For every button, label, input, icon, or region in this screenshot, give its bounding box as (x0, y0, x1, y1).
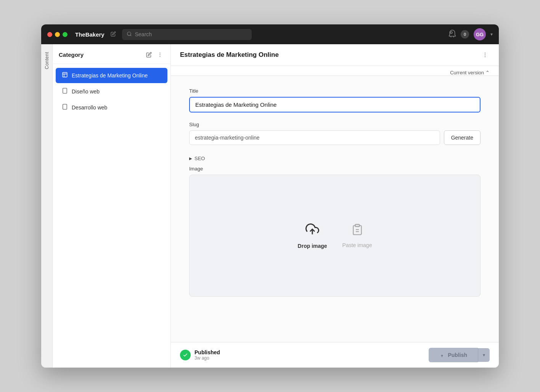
publish-actions: Publish ▾ (429, 348, 490, 362)
search-input[interactable] (135, 31, 247, 37)
status-icon (180, 350, 191, 360)
paste-image-option: Paste image (342, 223, 372, 248)
svg-point-8 (485, 53, 485, 53)
paste-icon (351, 223, 363, 238)
edit-icon[interactable] (109, 30, 117, 39)
sidebar-item-label-desarrollo: Desarrollo web (72, 104, 107, 111)
notification-badge: 0 (461, 30, 469, 39)
svg-point-3 (160, 55, 161, 55)
drop-image-option: Drop image (298, 222, 327, 249)
svg-point-10 (485, 56, 485, 57)
notification-icon[interactable] (448, 30, 456, 39)
content-tab[interactable]: Content (41, 44, 53, 368)
avatar-chevron-icon[interactable]: ▾ (490, 32, 493, 37)
bottom-bar: Published 3w ago Publish ▾ (171, 342, 499, 368)
version-selector[interactable]: Current version ⌃ (450, 70, 490, 76)
brand-name: TheBakery (75, 31, 104, 38)
close-button[interactable] (47, 32, 52, 37)
content-body: Title Slug Generate ▶ SEO (171, 76, 499, 342)
svg-point-0 (127, 32, 130, 35)
paste-image-label: Paste image (342, 242, 372, 248)
status-label: Published (194, 349, 220, 355)
search-bar[interactable] (122, 29, 252, 40)
content-more-icon[interactable] (481, 50, 490, 59)
svg-point-4 (160, 56, 161, 57)
generate-button[interactable]: Generate (444, 130, 481, 145)
seo-label: SEO (194, 156, 205, 161)
document-icon-3 (62, 104, 68, 111)
titlebar: TheBakery 0 GG ▾ (41, 24, 499, 44)
minimize-button[interactable] (55, 32, 60, 37)
publish-status: Published 3w ago (180, 349, 220, 361)
drop-image-label: Drop image (298, 243, 327, 249)
title-label: Title (189, 88, 481, 94)
status-info: Published 3w ago (194, 349, 220, 361)
image-drop-area[interactable]: Drop image Paste image (189, 175, 481, 297)
avatar[interactable]: GG (474, 28, 486, 40)
content-header: Estrategias de Marketing Online (171, 44, 499, 66)
sidebar-edit-icon[interactable] (145, 50, 153, 59)
sidebar-item-diseno[interactable]: Diseño web (56, 84, 167, 99)
svg-rect-6 (63, 88, 67, 93)
app-window: TheBakery 0 GG ▾ Content Ca (41, 24, 499, 368)
content-area: Estrategias de Marketing Online Current … (171, 44, 499, 368)
content-tab-label: Content (44, 52, 50, 69)
upload-icon (305, 222, 319, 239)
svg-rect-13 (355, 224, 359, 226)
version-label: Current version (450, 70, 484, 76)
sidebar-actions (145, 50, 164, 59)
seo-toggle[interactable]: ▶ SEO (189, 154, 481, 163)
publish-button[interactable]: Publish (429, 348, 478, 362)
svg-point-2 (160, 53, 161, 53)
slug-row: Generate (189, 130, 481, 145)
app-brand: TheBakery (75, 31, 104, 38)
sidebar-list: Estrategias de Marketing Online Diseño w… (53, 64, 170, 368)
slug-label: Slug (189, 122, 481, 127)
svg-rect-7 (63, 104, 67, 109)
svg-rect-5 (63, 72, 67, 77)
fullscreen-button[interactable] (63, 32, 68, 37)
slug-form-group: Slug Generate (189, 122, 481, 145)
traffic-lights (47, 32, 68, 37)
titlebar-right: 0 GG ▾ (448, 28, 493, 40)
title-input[interactable] (189, 97, 481, 112)
seo-arrow-icon: ▶ (189, 156, 192, 161)
image-form-group: Image Drop image Paste image (189, 166, 481, 297)
content-header-actions (481, 50, 490, 59)
sidebar-item-desarrollo[interactable]: Desarrollo web (56, 100, 167, 115)
sidebar-item-estrategias[interactable]: Estrategias de Marketing Online (56, 68, 167, 83)
status-time: 3w ago (194, 355, 220, 361)
image-label: Image (189, 166, 481, 172)
main-layout: Content Category (41, 44, 499, 368)
search-icon (127, 31, 132, 38)
publish-dropdown-button[interactable]: ▾ (478, 348, 490, 362)
content-page-title: Estrategias de Marketing Online (180, 51, 481, 59)
slug-input[interactable] (189, 130, 440, 145)
sidebar-title: Category (59, 51, 145, 58)
sidebar-more-icon[interactable] (156, 50, 164, 59)
title-form-group: Title (189, 88, 481, 112)
sidebar: Category Estrategias de Marketing Online (53, 44, 171, 368)
document-icon (62, 72, 68, 79)
sidebar-item-label-diseno: Diseño web (72, 88, 100, 95)
svg-point-1 (450, 32, 452, 34)
svg-point-9 (485, 55, 485, 55)
sidebar-header: Category (53, 44, 170, 64)
version-chevron-icon: ⌃ (485, 70, 490, 76)
document-icon-2 (62, 88, 68, 95)
sidebar-item-label-estrategias: Estrategias de Marketing Online (72, 72, 148, 79)
publish-btn-label: Publish (448, 352, 467, 358)
